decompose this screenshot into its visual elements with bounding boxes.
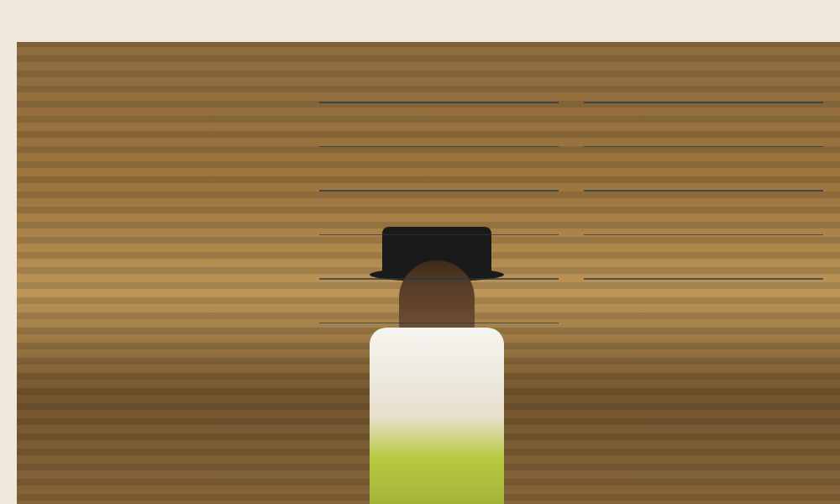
divider bbox=[584, 278, 823, 280]
divider bbox=[584, 102, 823, 103]
divider bbox=[319, 146, 559, 148]
profile-photo bbox=[17, 42, 286, 462]
divider bbox=[584, 146, 823, 148]
divider bbox=[319, 234, 559, 236]
divider bbox=[584, 190, 823, 192]
divider bbox=[319, 278, 559, 280]
divider bbox=[319, 102, 559, 103]
divider bbox=[319, 190, 559, 192]
divider bbox=[584, 234, 823, 236]
main-container: NameAgeGenderLocationSpending PowerFamil… bbox=[17, 17, 823, 487]
divider bbox=[319, 323, 559, 324]
photo-background bbox=[17, 42, 286, 462]
